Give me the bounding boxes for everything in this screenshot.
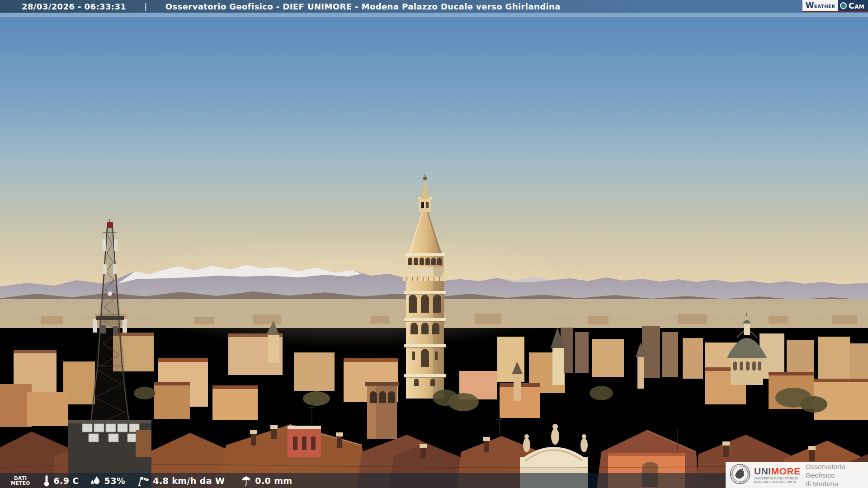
weathercam-logo-left: Weather — [802, 0, 838, 11]
rain-value: 0.0 mm — [255, 476, 292, 486]
separator: | — [144, 2, 147, 11]
title-bar: 28/03/2026 - 06:33:31 | Osservatorio Geo… — [0, 0, 868, 13]
dati-meteo-label: DATI METEO — [11, 476, 30, 486]
humidity-value: 53% — [104, 476, 126, 486]
temperature-reading: 6.9 C — [43, 475, 79, 487]
wind-reading: 4.8 km/h da W — [137, 475, 225, 486]
rooftop-altana — [288, 426, 321, 457]
webcam-photo-modena-skyline — [0, 0, 868, 488]
wind-value: 4.8 km/h da W — [153, 476, 225, 486]
thermometer-icon — [43, 475, 50, 487]
university-subtitle: UNIVERSITÀ DEGLI STUDI DI MODENA E REGGI… — [754, 477, 801, 483]
weathercam-cam-label: Cam — [849, 1, 864, 10]
humidity-reading: 53% — [90, 475, 126, 486]
weathercam-logo[interactable]: Weather Cam — [802, 0, 868, 12]
timestamp: 28/03/2026 - 06:33:31 — [22, 2, 126, 11]
titlebar-lower-band — [0, 13, 868, 17]
umbrella-icon — [241, 475, 251, 486]
unimore-seal-icon — [730, 464, 750, 486]
camera-title: Osservatorio Geofisico - DIEF UNIMORE - … — [165, 2, 561, 11]
windsock-icon — [137, 475, 149, 486]
unimore-wordmark: UNIMORE UNIVERSITÀ DEGLI STUDI DI MODENA… — [754, 466, 801, 483]
temperature-value: 6.9 C — [53, 476, 79, 486]
rain-reading: 0.0 mm — [241, 475, 292, 486]
weathercam-logo-right: Cam — [838, 0, 868, 11]
belvedere-tower — [365, 382, 399, 439]
unimore-uni-text: UNI — [754, 466, 771, 476]
webcam-page: 28/03/2026 - 06:33:31 | Osservatorio Geo… — [0, 0, 868, 488]
unimore-card[interactable]: UNIMORE UNIVERSITÀ DEGLI STUDI DI MODENA… — [726, 462, 868, 488]
observatory-name: Osservatorio Geofisico di Modena — [806, 462, 868, 488]
weathercam-red-underline — [802, 11, 868, 12]
weathercam-weather-label: Weather — [806, 1, 835, 10]
camera-lens-icon — [840, 2, 847, 9]
drops-icon — [90, 475, 101, 486]
unimore-more-text: MORE — [771, 466, 801, 476]
